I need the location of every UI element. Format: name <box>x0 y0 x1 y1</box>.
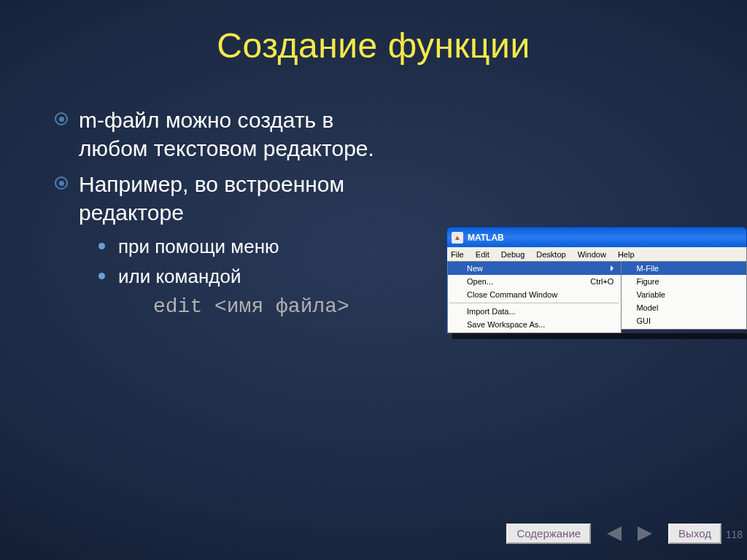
matlab-window: ▲ MATLAB File Edit Debug Desktop Window … <box>446 227 747 333</box>
menu-item-open[interactable]: Open... Ctrl+O <box>448 275 621 288</box>
exit-button[interactable]: Выход <box>668 524 721 544</box>
sub-bullet-text: при помощи меню <box>118 234 279 260</box>
menu-item-close-cmd[interactable]: Close Command Window <box>448 288 621 301</box>
menu-item-label: New <box>467 264 483 273</box>
bullet-item: Например, во встроенном редакторе <box>55 170 394 227</box>
menu-separator <box>449 303 619 303</box>
menu-desktop[interactable]: Desktop <box>536 250 565 259</box>
sub-bullet: или командой <box>98 264 394 289</box>
menu-item-new[interactable]: New <box>448 262 621 275</box>
bullet-text: Например, во встроенном редакторе <box>79 170 394 227</box>
new-submenu: M-File Figure Variable Model GUI <box>622 261 747 330</box>
menu-item-label: Save Workspace As... <box>467 320 545 329</box>
menu-item-label: Close Command Window <box>467 290 557 299</box>
menu-file[interactable]: File <box>451 250 464 259</box>
bullet-icon <box>55 176 68 190</box>
dropdown-menus: New Open... Ctrl+O Close Command Window … <box>446 261 747 333</box>
submenu-label: Model <box>636 303 658 312</box>
code-snippet: edit <имя файла> <box>55 295 394 318</box>
menu-item-shortcut: Ctrl+O <box>590 277 614 286</box>
menu-edit[interactable]: Edit <box>476 250 489 259</box>
submenu-item-model[interactable]: Model <box>622 301 746 314</box>
page-number: 118 <box>726 529 743 540</box>
menubar: File Edit Debug Desktop Window Help <box>446 247 747 261</box>
dot-icon <box>98 243 105 249</box>
submenu-label: Figure <box>636 277 659 286</box>
sub-list: при помощи меню или командой <box>55 234 394 289</box>
submenu-item-mfile[interactable]: M-File <box>622 262 746 275</box>
submenu-item-figure[interactable]: Figure <box>622 275 746 288</box>
menu-help[interactable]: Help <box>618 250 635 259</box>
prev-arrow-icon[interactable] <box>607 526 622 541</box>
window-titlebar: ▲ MATLAB <box>446 227 747 247</box>
submenu-label: GUI <box>636 316 651 325</box>
submenu-label: M-File <box>636 264 659 273</box>
slide-body: m-файл можно создать в любом текстовом р… <box>0 66 394 318</box>
bullet-text: m-файл можно создать в любом текстовом р… <box>79 106 394 163</box>
sub-bullet: при помощи меню <box>98 234 394 260</box>
menu-window[interactable]: Window <box>578 250 606 259</box>
submenu-item-variable[interactable]: Variable <box>622 288 746 301</box>
chevron-right-icon <box>611 265 614 271</box>
next-arrow-icon[interactable] <box>638 526 652 541</box>
file-dropdown: New Open... Ctrl+O Close Command Window … <box>447 261 622 333</box>
dot-icon <box>98 273 105 279</box>
slide-title: Создание функции <box>0 0 747 66</box>
window-title: MATLAB <box>468 233 504 243</box>
menu-item-label: Open... <box>467 277 493 286</box>
menu-item-label: Import Data... <box>467 307 516 316</box>
submenu-item-gui[interactable]: GUI <box>622 314 746 327</box>
matlab-icon: ▲ <box>452 232 463 244</box>
menu-item-save-ws[interactable]: Save Workspace As... <box>448 318 621 331</box>
submenu-label: Variable <box>636 290 665 299</box>
sub-bullet-text: или командой <box>118 264 241 289</box>
footer-nav: Содержание Выход <box>506 524 721 544</box>
bullet-icon <box>55 112 68 125</box>
menu-item-import[interactable]: Import Data... <box>448 305 621 318</box>
bullet-item: m-файл можно создать в любом текстовом р… <box>55 106 394 163</box>
menu-debug[interactable]: Debug <box>501 250 525 259</box>
contents-button[interactable]: Содержание <box>506 524 591 544</box>
